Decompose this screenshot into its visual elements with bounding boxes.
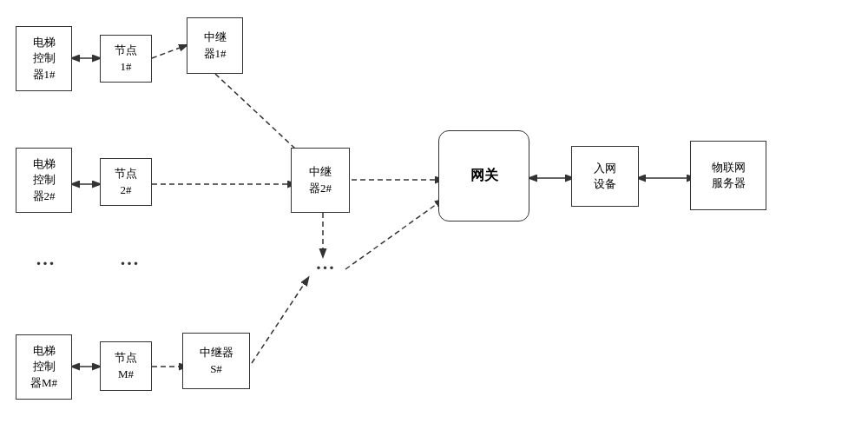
network-device: 入网设备 — [571, 146, 639, 207]
node-2: 节点2# — [100, 158, 152, 206]
relay-2: 中继器2# — [291, 148, 350, 213]
gateway: 网关 — [438, 130, 529, 222]
relay-s: 中继器S# — [182, 333, 250, 389]
relay-1: 中继器1# — [187, 17, 243, 74]
dots-nodes: ··· — [108, 252, 152, 274]
svg-line-3 — [152, 45, 187, 58]
node-m: 节点M# — [100, 341, 152, 391]
network-diagram: 电梯控制器1# 节点1# 中继器1# 电梯控制器2# 节点2# 中继器2# 网关… — [0, 0, 868, 443]
elevator-controller-2: 电梯控制器2# — [16, 148, 72, 213]
svg-line-8 — [345, 200, 443, 269]
iot-server: 物联网服务器 — [690, 141, 766, 210]
svg-line-9 — [252, 278, 308, 363]
dots-elevators: ··· — [24, 252, 68, 274]
dots-relays: ··· — [302, 256, 350, 279]
node-1: 节点1# — [100, 35, 152, 83]
elevator-controller-1: 电梯控制器1# — [16, 26, 72, 91]
elevator-controller-m: 电梯控制器M# — [16, 334, 72, 400]
